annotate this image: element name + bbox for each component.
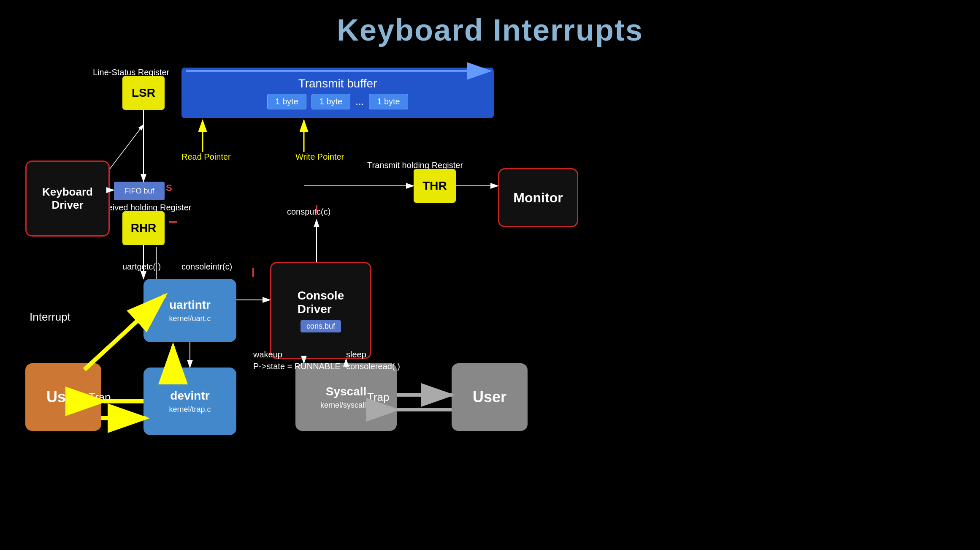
uartintr-sub: kernel/uart.c xyxy=(169,314,211,323)
thr-box: THR xyxy=(414,169,456,203)
read-pointer-label: Read Pointer xyxy=(181,152,231,162)
transmit-buffer: Transmit buffer 1 byte 1 byte ... 1 byte xyxy=(181,68,494,118)
sleep-label: sleepconsoleread( ) xyxy=(346,349,400,372)
diagram-area: Transmit buffer 1 byte 1 byte ... 1 byte… xyxy=(0,55,980,550)
write-pointer-label: Write Pointer xyxy=(295,152,344,162)
buffer-dots: ... xyxy=(355,95,364,107)
fifo-s: S xyxy=(166,182,172,193)
buffer-cell-2: 1 byte xyxy=(311,94,350,109)
console-driver: ConsoleDriver cons.buf xyxy=(270,262,371,359)
buffer-cell-1: 1 byte xyxy=(267,94,306,109)
keyboard-driver-label: KeyboardDriver xyxy=(42,185,93,212)
trap-left-label: Trap xyxy=(89,391,111,404)
interrupt-label: Interrupt xyxy=(30,310,70,324)
transmit-buffer-cells: 1 byte 1 byte ... 1 byte xyxy=(267,94,408,109)
svg-line-29 xyxy=(110,125,143,169)
page-title: Keyboard Interrupts xyxy=(0,0,980,47)
uartintr-label: uartintr xyxy=(169,298,211,312)
wakeup-label: wakeupP->state = RUNNABLE xyxy=(253,349,341,372)
lsr-box: LSR xyxy=(122,76,165,110)
trap-right-label: Trap xyxy=(367,391,390,404)
cons-buf: cons.buf xyxy=(300,320,341,332)
consputc-label: consputc(c) xyxy=(287,207,330,217)
console-driver-label: ConsoleDriver xyxy=(298,289,344,316)
user-right: User xyxy=(452,363,528,431)
syscall-sub: kernel/syscall.c xyxy=(320,401,372,410)
devintr-sub: kernel/trap.c xyxy=(169,405,211,414)
devintr-box: devintr kernel/trap.c xyxy=(143,368,236,435)
syscall-label: Syscall xyxy=(326,385,367,398)
devintr-label: devintr xyxy=(170,389,209,403)
keyboard-driver: KeyboardDriver xyxy=(25,161,110,237)
uartgetc-label: uartgetc( ) xyxy=(122,262,161,272)
uartintr-box: uartintr kernel/uart.c xyxy=(143,279,236,342)
consoleintr-label: consoleintr(c) xyxy=(181,262,232,272)
rhr-box: RHR xyxy=(122,211,165,245)
fifo-buf: FIFO buf xyxy=(114,182,165,200)
monitor-box: Monitor xyxy=(498,168,578,227)
buffer-cell-3: 1 byte xyxy=(369,94,408,109)
transmit-buffer-label: Transmit buffer xyxy=(298,77,377,90)
